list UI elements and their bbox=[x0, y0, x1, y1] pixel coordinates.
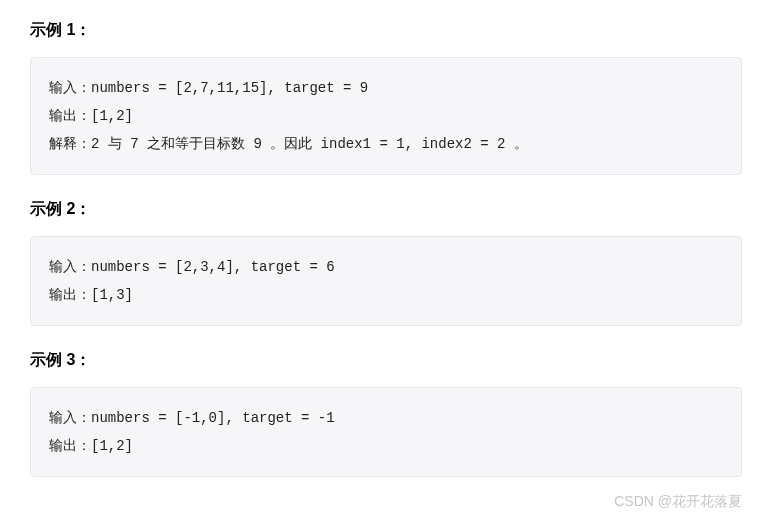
example-code-block-1: 输入：numbers = [2,7,11,15], target = 9输出：[… bbox=[30, 57, 742, 175]
example-section-2: 示例 2： 输入：numbers = [2,3,4], target = 6输出… bbox=[30, 199, 742, 326]
example-code-block-2: 输入：numbers = [2,3,4], target = 6输出：[1,3] bbox=[30, 236, 742, 326]
example-section-1: 示例 1： 输入：numbers = [2,7,11,15], target =… bbox=[30, 20, 742, 175]
example-heading-2: 示例 2： bbox=[30, 199, 742, 220]
code-line: 解释：2 与 7 之和等于目标数 9 。因此 index1 = 1, index… bbox=[49, 130, 723, 158]
code-line: 输出：[1,3] bbox=[49, 281, 723, 309]
code-line: 输出：[1,2] bbox=[49, 432, 723, 460]
code-line: 输入：numbers = [-1,0], target = -1 bbox=[49, 404, 723, 432]
code-line: 输入：numbers = [2,7,11,15], target = 9 bbox=[49, 74, 723, 102]
watermark-text: CSDN @花开花落夏 bbox=[614, 493, 742, 511]
example-code-block-3: 输入：numbers = [-1,0], target = -1输出：[1,2] bbox=[30, 387, 742, 477]
example-heading-3: 示例 3： bbox=[30, 350, 742, 371]
code-line: 输出：[1,2] bbox=[49, 102, 723, 130]
example-heading-1: 示例 1： bbox=[30, 20, 742, 41]
code-line: 输入：numbers = [2,3,4], target = 6 bbox=[49, 253, 723, 281]
example-section-3: 示例 3： 输入：numbers = [-1,0], target = -1输出… bbox=[30, 350, 742, 477]
